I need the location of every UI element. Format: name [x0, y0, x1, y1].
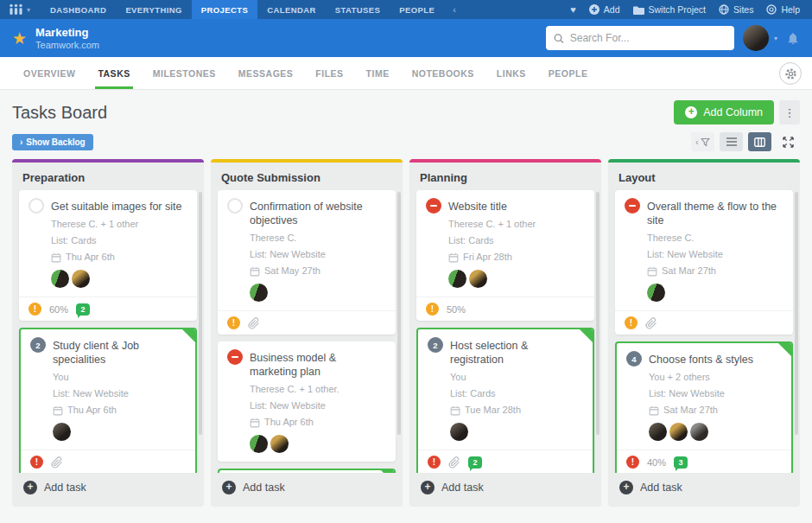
- task-title[interactable]: Overall theme & flow to the site: [647, 198, 783, 227]
- add-task-label: Add task: [640, 482, 682, 494]
- task-title[interactable]: Host selection & registration: [450, 337, 583, 367]
- add-task-button[interactable]: Add task: [409, 473, 601, 506]
- task-card-selected[interactable]: 4 Choose fonts & styles You + 2 others L…: [615, 341, 793, 473]
- avatar: [270, 435, 289, 453]
- filter-funnel-icon: [701, 137, 710, 147]
- task-card-selected[interactable]: Plan interactions, technologies & functi…: [218, 469, 396, 473]
- user-menu-caret-icon[interactable]: ▾: [774, 35, 777, 42]
- task-checkbox[interactable]: [227, 198, 243, 214]
- column-scrollbar[interactable]: [596, 192, 599, 435]
- tab-milestones[interactable]: MILESTONES: [142, 57, 227, 89]
- task-card-selected[interactable]: 2 Host selection & registration You List…: [416, 328, 594, 473]
- board-options-kebab-button[interactable]: ⋮: [779, 100, 800, 124]
- tab-tasks[interactable]: TASKS: [86, 57, 141, 89]
- task-title[interactable]: Choose fonts & styles: [649, 351, 753, 367]
- favorite-star-icon[interactable]: ★: [12, 29, 27, 48]
- column-scrollbar[interactable]: [795, 192, 798, 435]
- help-button[interactable]: Help: [766, 4, 800, 15]
- switch-project-button[interactable]: Switch Project: [633, 4, 707, 15]
- board-view-button[interactable]: [748, 132, 771, 151]
- nav-item-people[interactable]: PEOPLE: [390, 0, 444, 19]
- task-card[interactable]: Website title Therese C. + 1 other List:…: [416, 190, 594, 321]
- add-column-button[interactable]: + Add Column: [674, 100, 774, 124]
- overdue-warning-icon: !: [30, 456, 43, 469]
- add-column-label: Add Column: [703, 106, 763, 118]
- add-task-label: Add task: [441, 482, 484, 494]
- task-blocked-icon[interactable]: [625, 198, 640, 214]
- task-avatars: [53, 423, 186, 441]
- user-avatar[interactable]: [743, 25, 769, 51]
- task-due-date: Thu Apr 6th: [51, 252, 187, 263]
- page-title: Tasks Board: [12, 103, 107, 123]
- list-view-button[interactable]: [720, 132, 743, 151]
- avatar: [690, 423, 708, 441]
- task-title[interactable]: Website title: [448, 198, 507, 214]
- add-button[interactable]: Add: [589, 4, 620, 15]
- nav-item-calendar[interactable]: CALENDAR: [257, 0, 326, 19]
- task-card[interactable]: Business model & marketing plan Therese …: [218, 341, 396, 462]
- notifications-bell-icon[interactable]: [786, 31, 800, 46]
- task-blocked-icon[interactable]: [426, 198, 441, 214]
- avatar: [448, 270, 466, 288]
- task-number-badge[interactable]: 4: [626, 351, 642, 367]
- tab-notebooks[interactable]: NOTEBOOKS: [401, 57, 485, 89]
- comments-icon[interactable]: 2: [76, 303, 90, 316]
- add-task-button[interactable]: Add task: [211, 473, 403, 506]
- primary-nav: DASHBOARD EVERYTHING PROJECTS CALENDAR S…: [41, 0, 465, 19]
- board-column-quote-submission: Quote Submission Confirmation of website…: [211, 159, 403, 506]
- filter-button[interactable]: ‹: [691, 132, 714, 151]
- settings-gear-button[interactable]: [779, 62, 802, 85]
- task-list: List: New Website: [647, 249, 783, 260]
- tab-time[interactable]: TIME: [355, 57, 401, 89]
- expand-arrows-icon: [783, 137, 794, 148]
- board-columns-icon: [754, 137, 765, 147]
- comments-icon[interactable]: 2: [468, 456, 482, 469]
- plus-circle-icon: [589, 4, 599, 15]
- calendar-icon: [450, 405, 460, 416]
- task-checkbox[interactable]: [29, 198, 44, 214]
- column-scrollbar[interactable]: [397, 192, 401, 435]
- task-title[interactable]: Study client & Job specialities: [53, 337, 186, 367]
- avatar: [647, 284, 665, 302]
- overdue-warning-icon: !: [626, 456, 639, 469]
- show-backlog-button[interactable]: › Show Backlog: [12, 134, 93, 150]
- teamwork-logo[interactable]: ▾: [0, 0, 41, 19]
- comments-icon[interactable]: 3: [674, 456, 688, 469]
- task-number-badge[interactable]: 2: [428, 337, 443, 353]
- nav-item-projects[interactable]: PROJECTS: [192, 0, 257, 19]
- add-task-button[interactable]: Add task: [12, 473, 204, 506]
- tab-files[interactable]: FILES: [304, 57, 354, 89]
- fullscreen-expand-button[interactable]: [777, 132, 800, 151]
- task-card-selected[interactable]: 2 Study client & Job specialities You Li…: [19, 328, 197, 473]
- task-title[interactable]: Get suitable images for site: [51, 198, 181, 214]
- task-number-badge[interactable]: 2: [30, 337, 46, 353]
- tab-overview[interactable]: OVERVIEW: [12, 57, 86, 89]
- priority-warning-icon: !: [227, 316, 240, 329]
- nav-item-everything[interactable]: EVERYTHING: [116, 0, 191, 19]
- search-input[interactable]: [570, 32, 726, 44]
- task-progress: 40%: [647, 457, 666, 468]
- plus-icon: +: [685, 106, 697, 118]
- task-card[interactable]: Confirmation of website objectives There…: [218, 190, 396, 335]
- tab-people[interactable]: PEOPLE: [537, 57, 599, 89]
- task-title[interactable]: Business model & marketing plan: [250, 349, 386, 379]
- project-tab-bar: OVERVIEW TASKS MILESTONES MESSAGES FILES…: [0, 57, 812, 90]
- project-title: Marketing: [35, 26, 99, 39]
- task-progress: 60%: [49, 304, 68, 315]
- add-task-label: Add task: [243, 482, 285, 494]
- plus-icon: [222, 481, 236, 494]
- task-blocked-icon[interactable]: [227, 349, 243, 365]
- task-card[interactable]: Get suitable images for site Therese C. …: [19, 190, 197, 321]
- app-window: ▾ DASHBOARD EVERYTHING PROJECTS CALENDAR…: [0, 0, 812, 523]
- nav-collapse-icon[interactable]: ‹: [444, 0, 465, 19]
- sites-button[interactable]: Sites: [719, 4, 753, 15]
- column-scrollbar[interactable]: [199, 192, 202, 435]
- nav-item-dashboard[interactable]: DASHBOARD: [41, 0, 116, 19]
- add-task-button[interactable]: Add task: [608, 473, 800, 506]
- tab-links[interactable]: LINKS: [485, 57, 537, 89]
- task-title[interactable]: Confirmation of website objectives: [250, 198, 386, 227]
- nav-item-statuses[interactable]: STATUSES: [326, 0, 390, 19]
- tab-messages[interactable]: MESSAGES: [227, 57, 305, 89]
- task-card[interactable]: Overall theme & flow to the site Therese…: [615, 190, 793, 335]
- favorites-heart-icon[interactable]: ♥: [570, 4, 576, 15]
